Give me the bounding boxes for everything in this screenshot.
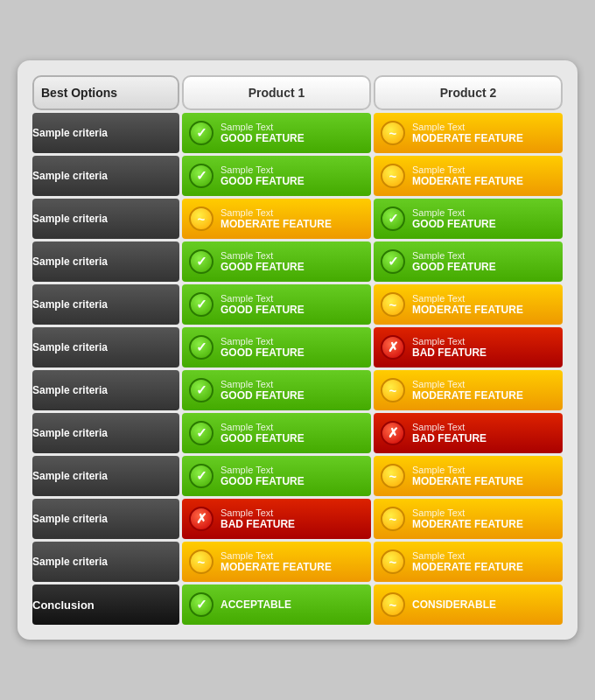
feature-sample-text: Sample Text	[220, 207, 332, 218]
header-product1-label: Product 1	[248, 86, 305, 100]
good-icon: ✓	[189, 421, 214, 445]
feature-cell-p2: ~Sample TextMODERATE FEATURE	[374, 284, 563, 325]
feature-label-text: MODERATE FEATURE	[412, 561, 523, 573]
feature-sample-text: Sample Text	[412, 379, 523, 389]
conclusion-product2: ~CONSIDERABLE	[374, 584, 563, 625]
header-best-options: Best Options	[32, 75, 179, 110]
table-row: Sample criteria✓Sample TextGOOD FEATURE~…	[32, 370, 563, 410]
feature-sample-text: Sample Text	[220, 250, 304, 261]
feature-sample-text: Sample Text	[220, 422, 304, 432]
good-icon: ✓	[189, 335, 214, 360]
feature-sample-text: Sample Text	[412, 207, 496, 218]
header-product2-label: Product 2	[440, 86, 497, 100]
header-row: Best Options Product 1 Product 2	[32, 75, 563, 110]
criteria-cell: Sample criteria	[32, 284, 179, 325]
feature-cell-p1: ~Sample TextMODERATE FEATURE	[182, 199, 371, 239]
feature-sample-text: Sample Text	[220, 550, 332, 561]
feature-label-text: GOOD FEATURE	[220, 304, 304, 316]
moderate-icon: ~	[381, 378, 405, 402]
feature-sample-text: Sample Text	[412, 465, 523, 475]
feature-label-text: GOOD FEATURE	[220, 346, 304, 359]
feature-cell-p1: ✓Sample TextGOOD FEATURE	[182, 370, 371, 410]
feature-sample-text: Sample Text	[220, 465, 304, 475]
feature-cell-p2: ~Sample TextMODERATE FEATURE	[374, 456, 563, 496]
comparison-table: Best Options Product 1 Product 2 Sample …	[30, 73, 565, 627]
table-row: Sample criteria~Sample TextMODERATE FEAT…	[32, 199, 563, 239]
conclusion-product1: ✓ACCEPTABLE	[182, 584, 371, 625]
conclusion-label: Conclusion	[32, 584, 179, 625]
feature-cell-p1: ✓Sample TextGOOD FEATURE	[182, 113, 371, 153]
feature-cell-p1: ✓Sample TextGOOD FEATURE	[182, 284, 371, 325]
criteria-cell: Sample criteria	[32, 499, 179, 539]
feature-cell-p1: ~Sample TextMODERATE FEATURE	[182, 542, 371, 582]
header-best-label: Best Options	[41, 86, 117, 100]
feature-label-text: GOOD FEATURE	[412, 218, 496, 230]
good-icon: ✓	[189, 292, 214, 317]
feature-label-text: MODERATE FEATURE	[412, 518, 523, 530]
good-icon: ✓	[189, 164, 214, 188]
criteria-cell: Sample criteria	[32, 156, 179, 196]
feature-cell-p1: ✓Sample TextGOOD FEATURE	[182, 413, 371, 453]
bad-icon: ✗	[381, 335, 405, 360]
good-icon: ✓	[381, 249, 405, 274]
table-row: Sample criteria~Sample TextMODERATE FEAT…	[32, 542, 563, 582]
feature-cell-p1: ✓Sample TextGOOD FEATURE	[182, 242, 371, 282]
table-row: Sample criteria✓Sample TextGOOD FEATURE~…	[32, 113, 563, 153]
good-icon: ✓	[189, 249, 214, 274]
feature-cell-p1: ✗Sample TextBAD FEATURE	[182, 499, 371, 539]
feature-label-text: MODERATE FEATURE	[412, 175, 523, 187]
good-icon: ✓	[189, 121, 214, 145]
criteria-cell: Sample criteria	[32, 542, 179, 582]
feature-label-text: GOOD FEATURE	[220, 432, 304, 444]
feature-sample-text: Sample Text	[220, 164, 304, 175]
feature-sample-text: Sample Text	[412, 293, 523, 304]
table-row: Sample criteria✓Sample TextGOOD FEATURE~…	[32, 156, 563, 196]
feature-cell-p2: ✓Sample TextGOOD FEATURE	[374, 199, 563, 239]
feature-label-text: BAD FEATURE	[412, 346, 486, 359]
feature-label-text: BAD FEATURE	[220, 518, 295, 530]
bad-icon: ✗	[189, 507, 214, 531]
criteria-cell: Sample criteria	[32, 199, 179, 239]
table-row: Sample criteria✗Sample TextBAD FEATURE~S…	[32, 499, 563, 539]
feature-cell-p2: ✗Sample TextBAD FEATURE	[374, 327, 563, 368]
feature-label-text: GOOD FEATURE	[220, 175, 304, 187]
criteria-cell: Sample criteria	[32, 413, 179, 453]
table-row: Sample criteria✓Sample TextGOOD FEATURE✗…	[32, 327, 563, 368]
feature-sample-text: Sample Text	[412, 508, 523, 518]
moderate-icon: ~	[189, 550, 214, 574]
feature-label-text: MODERATE FEATURE	[412, 475, 523, 487]
feature-label-text: GOOD FEATURE	[220, 475, 304, 487]
table-row: Sample criteria✓Sample TextGOOD FEATURE✗…	[32, 413, 563, 453]
good-icon: ✓	[381, 206, 405, 231]
conclusion-row: Conclusion✓ACCEPTABLE~CONSIDERABLE	[32, 584, 563, 625]
feature-sample-text: Sample Text	[412, 250, 496, 261]
feature-label-text: GOOD FEATURE	[220, 261, 304, 273]
feature-sample-text: Sample Text	[220, 336, 304, 346]
good-icon: ✓	[189, 464, 214, 488]
criteria-cell: Sample criteria	[32, 113, 179, 153]
moderate-icon: ~	[381, 292, 405, 317]
feature-sample-text: Sample Text	[412, 164, 523, 175]
feature-sample-text: Sample Text	[412, 550, 523, 561]
feature-label-text: MODERATE FEATURE	[220, 561, 332, 573]
feature-cell-p2: ~Sample TextMODERATE FEATURE	[374, 542, 563, 582]
feature-sample-text: Sample Text	[412, 122, 523, 132]
moderate-icon: ~	[381, 507, 405, 531]
criteria-cell: Sample criteria	[32, 456, 179, 496]
feature-label-text: MODERATE FEATURE	[412, 389, 523, 402]
feature-sample-text: Sample Text	[220, 508, 295, 518]
feature-cell-p2: ~Sample TextMODERATE FEATURE	[374, 370, 563, 410]
feature-sample-text: Sample Text	[220, 122, 304, 132]
table-row: Sample criteria✓Sample TextGOOD FEATURE~…	[32, 284, 563, 325]
conclusion-good-icon: ✓	[189, 592, 214, 617]
feature-cell-p2: ~Sample TextMODERATE FEATURE	[374, 156, 563, 196]
bad-icon: ✗	[381, 421, 405, 445]
feature-cell-p2: ✓Sample TextGOOD FEATURE	[374, 242, 563, 282]
moderate-icon: ~	[381, 464, 405, 488]
feature-label-text: GOOD FEATURE	[220, 389, 304, 402]
feature-sample-text: Sample Text	[412, 336, 486, 346]
feature-sample-text: Sample Text	[220, 379, 304, 389]
moderate-icon: ~	[381, 164, 405, 188]
conclusion-moderate-icon: ~	[381, 592, 405, 617]
conclusion-text: CONSIDERABLE	[412, 598, 496, 611]
